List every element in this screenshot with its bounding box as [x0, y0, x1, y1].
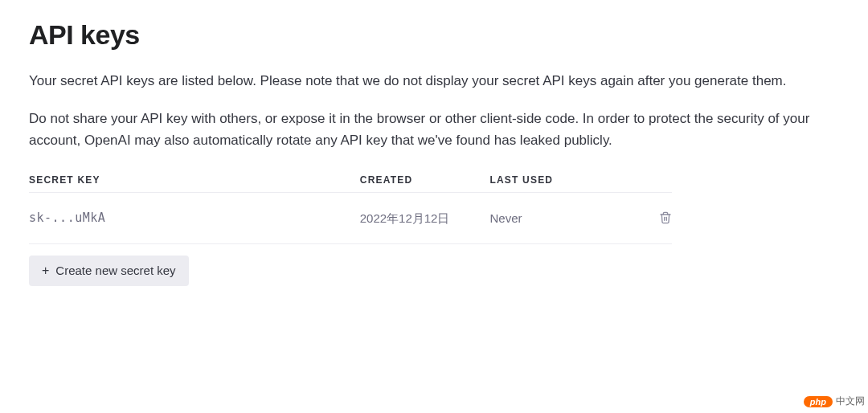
watermark: php 中文网: [804, 395, 865, 408]
cell-actions: [633, 211, 672, 224]
table-row: sk-...uMkA 2022年12月12日 Never: [29, 193, 672, 244]
cell-secret-key: sk-...uMkA: [29, 211, 360, 225]
trash-icon[interactable]: [659, 211, 672, 224]
cell-last-used: Never: [489, 211, 632, 225]
column-header-secret-key: SECRET KEY: [29, 174, 360, 186]
column-header-created: CREATED: [360, 174, 490, 186]
description-paragraph-1: Your secret API keys are listed below. P…: [29, 70, 833, 92]
api-keys-table: SECRET KEY CREATED LAST USED sk-...uMkA …: [29, 174, 672, 244]
column-header-last-used: LAST USED: [489, 174, 632, 186]
column-header-actions: [633, 174, 672, 186]
table-header: SECRET KEY CREATED LAST USED: [29, 174, 672, 193]
page-title: API keys: [29, 19, 839, 51]
create-button-label: Create new secret key: [55, 264, 175, 277]
watermark-badge: php: [804, 396, 833, 407]
plus-icon: +: [42, 264, 49, 278]
cell-created: 2022年12月12日: [360, 210, 490, 227]
description-paragraph-2: Do not share your API key with others, o…: [29, 108, 833, 151]
watermark-text: 中文网: [836, 395, 865, 408]
create-secret-key-button[interactable]: + Create new secret key: [29, 256, 189, 286]
